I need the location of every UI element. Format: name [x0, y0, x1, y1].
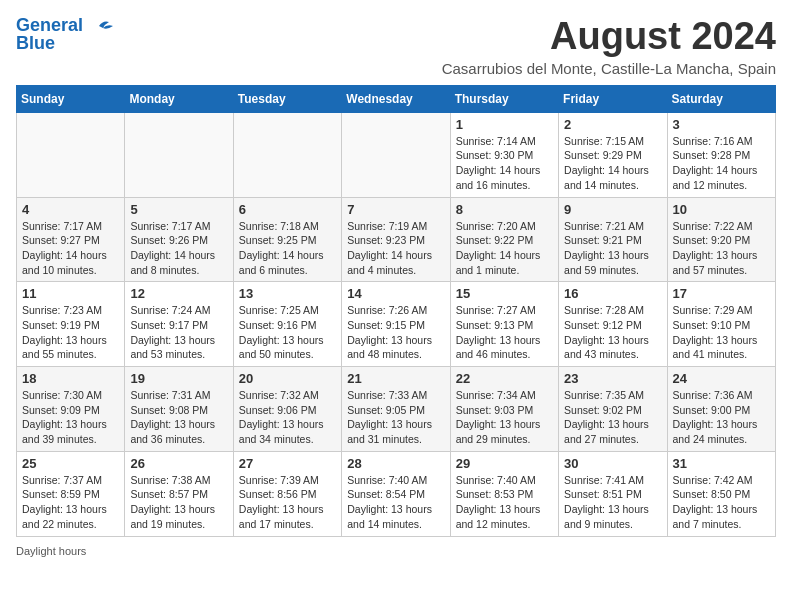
cell-info: Sunrise: 7:37 AM Sunset: 8:59 PM Dayligh…: [22, 473, 119, 532]
cell-info: Sunrise: 7:42 AM Sunset: 8:50 PM Dayligh…: [673, 473, 770, 532]
calendar-cell: 23Sunrise: 7:35 AM Sunset: 9:02 PM Dayli…: [559, 367, 667, 452]
cell-info: Sunrise: 7:40 AM Sunset: 8:54 PM Dayligh…: [347, 473, 444, 532]
cell-info: Sunrise: 7:14 AM Sunset: 9:30 PM Dayligh…: [456, 134, 553, 193]
calendar-cell: 6Sunrise: 7:18 AM Sunset: 9:25 PM Daylig…: [233, 197, 341, 282]
calendar-cell: 19Sunrise: 7:31 AM Sunset: 9:08 PM Dayli…: [125, 367, 233, 452]
cell-info: Sunrise: 7:34 AM Sunset: 9:03 PM Dayligh…: [456, 388, 553, 447]
calendar-week-row: 18Sunrise: 7:30 AM Sunset: 9:09 PM Dayli…: [17, 367, 776, 452]
calendar-week-row: 25Sunrise: 7:37 AM Sunset: 8:59 PM Dayli…: [17, 451, 776, 536]
day-number: 5: [130, 202, 227, 217]
day-number: 1: [456, 117, 553, 132]
cell-info: Sunrise: 7:41 AM Sunset: 8:51 PM Dayligh…: [564, 473, 661, 532]
calendar-cell: 25Sunrise: 7:37 AM Sunset: 8:59 PM Dayli…: [17, 451, 125, 536]
day-of-week-header: Friday: [559, 85, 667, 112]
cell-info: Sunrise: 7:17 AM Sunset: 9:27 PM Dayligh…: [22, 219, 119, 278]
calendar-cell: 21Sunrise: 7:33 AM Sunset: 9:05 PM Dayli…: [342, 367, 450, 452]
day-of-week-header: Monday: [125, 85, 233, 112]
day-number: 31: [673, 456, 770, 471]
calendar-week-row: 1Sunrise: 7:14 AM Sunset: 9:30 PM Daylig…: [17, 112, 776, 197]
day-number: 20: [239, 371, 336, 386]
calendar-cell: 12Sunrise: 7:24 AM Sunset: 9:17 PM Dayli…: [125, 282, 233, 367]
cell-info: Sunrise: 7:32 AM Sunset: 9:06 PM Dayligh…: [239, 388, 336, 447]
calendar-cell: [17, 112, 125, 197]
calendar-cell: 3Sunrise: 7:16 AM Sunset: 9:28 PM Daylig…: [667, 112, 775, 197]
logo: GeneralBlue: [16, 16, 113, 52]
calendar-cell: 11Sunrise: 7:23 AM Sunset: 9:19 PM Dayli…: [17, 282, 125, 367]
title-block: August 2024 Casarrubios del Monte, Casti…: [442, 16, 776, 77]
cell-info: Sunrise: 7:21 AM Sunset: 9:21 PM Dayligh…: [564, 219, 661, 278]
month-title: August 2024: [442, 16, 776, 58]
cell-info: Sunrise: 7:15 AM Sunset: 9:29 PM Dayligh…: [564, 134, 661, 193]
cell-info: Sunrise: 7:18 AM Sunset: 9:25 PM Dayligh…: [239, 219, 336, 278]
day-number: 29: [456, 456, 553, 471]
calendar-cell: 1Sunrise: 7:14 AM Sunset: 9:30 PM Daylig…: [450, 112, 558, 197]
calendar-cell: 29Sunrise: 7:40 AM Sunset: 8:53 PM Dayli…: [450, 451, 558, 536]
calendar-cell: 8Sunrise: 7:20 AM Sunset: 9:22 PM Daylig…: [450, 197, 558, 282]
day-number: 24: [673, 371, 770, 386]
calendar-cell: 2Sunrise: 7:15 AM Sunset: 9:29 PM Daylig…: [559, 112, 667, 197]
day-of-week-header: Wednesday: [342, 85, 450, 112]
cell-info: Sunrise: 7:22 AM Sunset: 9:20 PM Dayligh…: [673, 219, 770, 278]
cell-info: Sunrise: 7:23 AM Sunset: 9:19 PM Dayligh…: [22, 303, 119, 362]
calendar-cell: 10Sunrise: 7:22 AM Sunset: 9:20 PM Dayli…: [667, 197, 775, 282]
day-number: 4: [22, 202, 119, 217]
location-title: Casarrubios del Monte, Castille-La Manch…: [442, 60, 776, 77]
calendar-cell: 30Sunrise: 7:41 AM Sunset: 8:51 PM Dayli…: [559, 451, 667, 536]
day-number: 21: [347, 371, 444, 386]
calendar-cell: 24Sunrise: 7:36 AM Sunset: 9:00 PM Dayli…: [667, 367, 775, 452]
day-of-week-header: Tuesday: [233, 85, 341, 112]
cell-info: Sunrise: 7:27 AM Sunset: 9:13 PM Dayligh…: [456, 303, 553, 362]
day-number: 6: [239, 202, 336, 217]
day-number: 18: [22, 371, 119, 386]
calendar-cell: 4Sunrise: 7:17 AM Sunset: 9:27 PM Daylig…: [17, 197, 125, 282]
day-number: 2: [564, 117, 661, 132]
calendar-cell: 31Sunrise: 7:42 AM Sunset: 8:50 PM Dayli…: [667, 451, 775, 536]
day-number: 15: [456, 286, 553, 301]
cell-info: Sunrise: 7:24 AM Sunset: 9:17 PM Dayligh…: [130, 303, 227, 362]
calendar-cell: 18Sunrise: 7:30 AM Sunset: 9:09 PM Dayli…: [17, 367, 125, 452]
cell-info: Sunrise: 7:19 AM Sunset: 9:23 PM Dayligh…: [347, 219, 444, 278]
calendar-table: SundayMondayTuesdayWednesdayThursdayFrid…: [16, 85, 776, 537]
day-number: 9: [564, 202, 661, 217]
calendar-week-row: 4Sunrise: 7:17 AM Sunset: 9:27 PM Daylig…: [17, 197, 776, 282]
cell-info: Sunrise: 7:20 AM Sunset: 9:22 PM Dayligh…: [456, 219, 553, 278]
day-number: 8: [456, 202, 553, 217]
day-number: 3: [673, 117, 770, 132]
header: GeneralBlue August 2024 Casarrubios del …: [16, 16, 776, 77]
calendar-cell: 7Sunrise: 7:19 AM Sunset: 9:23 PM Daylig…: [342, 197, 450, 282]
day-number: 23: [564, 371, 661, 386]
calendar-cell: 28Sunrise: 7:40 AM Sunset: 8:54 PM Dayli…: [342, 451, 450, 536]
cell-info: Sunrise: 7:29 AM Sunset: 9:10 PM Dayligh…: [673, 303, 770, 362]
calendar-week-row: 11Sunrise: 7:23 AM Sunset: 9:19 PM Dayli…: [17, 282, 776, 367]
calendar-cell: 27Sunrise: 7:39 AM Sunset: 8:56 PM Dayli…: [233, 451, 341, 536]
day-number: 17: [673, 286, 770, 301]
logo-text: GeneralBlue: [16, 16, 83, 52]
calendar-body: 1Sunrise: 7:14 AM Sunset: 9:30 PM Daylig…: [17, 112, 776, 536]
day-number: 11: [22, 286, 119, 301]
calendar-cell: 17Sunrise: 7:29 AM Sunset: 9:10 PM Dayli…: [667, 282, 775, 367]
day-number: 12: [130, 286, 227, 301]
cell-info: Sunrise: 7:40 AM Sunset: 8:53 PM Dayligh…: [456, 473, 553, 532]
cell-info: Sunrise: 7:35 AM Sunset: 9:02 PM Dayligh…: [564, 388, 661, 447]
calendar-cell: 13Sunrise: 7:25 AM Sunset: 9:16 PM Dayli…: [233, 282, 341, 367]
cell-info: Sunrise: 7:36 AM Sunset: 9:00 PM Dayligh…: [673, 388, 770, 447]
footer-note: Daylight hours: [16, 545, 776, 557]
calendar-cell: 15Sunrise: 7:27 AM Sunset: 9:13 PM Dayli…: [450, 282, 558, 367]
calendar-cell: 26Sunrise: 7:38 AM Sunset: 8:57 PM Dayli…: [125, 451, 233, 536]
calendar-cell: 20Sunrise: 7:32 AM Sunset: 9:06 PM Dayli…: [233, 367, 341, 452]
day-number: 10: [673, 202, 770, 217]
cell-info: Sunrise: 7:38 AM Sunset: 8:57 PM Dayligh…: [130, 473, 227, 532]
cell-info: Sunrise: 7:30 AM Sunset: 9:09 PM Dayligh…: [22, 388, 119, 447]
calendar-cell: 9Sunrise: 7:21 AM Sunset: 9:21 PM Daylig…: [559, 197, 667, 282]
day-number: 25: [22, 456, 119, 471]
day-number: 22: [456, 371, 553, 386]
calendar-cell: 14Sunrise: 7:26 AM Sunset: 9:15 PM Dayli…: [342, 282, 450, 367]
day-number: 19: [130, 371, 227, 386]
day-number: 26: [130, 456, 227, 471]
logo-bird-icon: [85, 18, 113, 40]
calendar-header-row: SundayMondayTuesdayWednesdayThursdayFrid…: [17, 85, 776, 112]
calendar-cell: [125, 112, 233, 197]
day-number: 7: [347, 202, 444, 217]
cell-info: Sunrise: 7:26 AM Sunset: 9:15 PM Dayligh…: [347, 303, 444, 362]
calendar-cell: [342, 112, 450, 197]
